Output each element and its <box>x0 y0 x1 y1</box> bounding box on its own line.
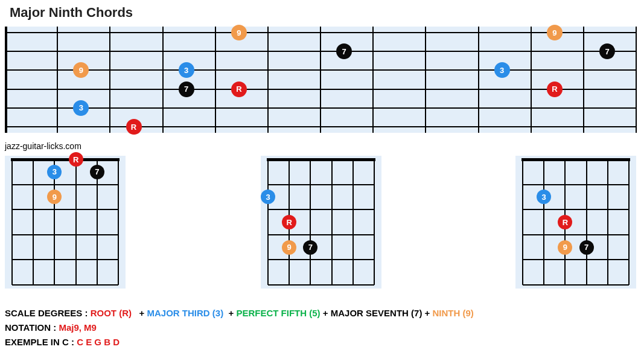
string-line <box>75 159 77 285</box>
nut <box>267 158 375 161</box>
fret-line <box>12 284 118 286</box>
string-line <box>352 159 354 285</box>
fret-line <box>268 184 374 185</box>
note-third: 3 <box>73 100 89 116</box>
legend-example-label: EXEMPLE IN C : <box>5 337 74 347</box>
note-seventh: 7 <box>303 240 317 255</box>
note-seventh: 7 <box>336 43 352 59</box>
fret-line <box>523 284 629 286</box>
fret-line <box>215 27 216 133</box>
legend-fifth: PERFECT FIFTH (5) <box>236 308 320 318</box>
fret-line <box>57 27 58 133</box>
note-third: 3 <box>261 190 275 204</box>
note-ninth: 9 <box>282 240 296 255</box>
fret-line <box>523 209 629 210</box>
note-third: 3 <box>179 62 194 78</box>
note-ninth: 9 <box>73 62 89 78</box>
note-root: R <box>282 215 296 229</box>
legend-plus: + <box>323 308 328 318</box>
note-root: R <box>231 81 247 97</box>
legend-scale-degrees: SCALE DEGREES : ROOT (R) + MAJOR THIRD (… <box>5 308 474 318</box>
fret-line <box>372 27 374 133</box>
fret-line <box>268 284 374 286</box>
note-ninth: 9 <box>231 25 247 40</box>
legend-plus: + <box>425 308 430 318</box>
legend-label: SCALE DEGREES : <box>5 308 88 318</box>
legend-example-value: C E G B D <box>77 337 120 347</box>
fret-line <box>267 27 269 133</box>
fret-line <box>12 184 118 185</box>
fret-line <box>523 234 629 235</box>
note-ninth: 9 <box>47 190 62 204</box>
note-seventh: 7 <box>579 240 594 255</box>
chord-shape-1: R379 <box>5 156 126 289</box>
fret-line <box>268 234 374 235</box>
legend-notation-value: Maj9, M9 <box>59 322 97 333</box>
nut <box>521 158 630 161</box>
legend-root: ROOT (R) <box>91 308 132 318</box>
fret-line <box>109 27 110 133</box>
fret-line <box>320 27 321 133</box>
string-line <box>11 159 13 285</box>
fret-line <box>12 209 118 210</box>
string-line <box>543 159 544 285</box>
legend-ninth: NINTH (9) <box>433 308 474 318</box>
chord-shape-3: 3R97 <box>515 156 636 289</box>
string-line <box>267 159 269 285</box>
fret-line <box>162 27 164 133</box>
string-line <box>331 159 333 285</box>
main-fretboard: R3973R973R97 <box>5 27 636 133</box>
note-root: R <box>547 81 563 97</box>
fret-line <box>12 234 118 235</box>
legend-plus: + <box>139 308 145 318</box>
note-seventh: 7 <box>599 43 615 59</box>
note-seventh: 7 <box>179 81 194 97</box>
fret-line <box>12 259 118 260</box>
fret-line <box>636 27 637 133</box>
fret-line <box>523 184 629 185</box>
fret-line <box>478 27 479 133</box>
legend-plus: + <box>229 308 234 318</box>
legend-notation: NOTATION : Maj9, M9 <box>5 322 97 333</box>
string-line <box>628 159 630 285</box>
string-line <box>118 159 119 285</box>
nut <box>11 158 120 161</box>
string-line <box>607 159 608 285</box>
string-line <box>522 159 523 285</box>
page-title: Major Ninth Chords <box>10 5 133 21</box>
fret-line <box>583 27 584 133</box>
fret-line <box>523 259 629 260</box>
note-root: R <box>558 215 572 229</box>
note-ninth: 9 <box>547 25 563 40</box>
note-third: 3 <box>47 165 62 179</box>
string-line <box>310 159 311 285</box>
string-line <box>586 159 587 285</box>
string-line <box>33 159 34 285</box>
fret-line <box>268 259 374 260</box>
chord-shape-2: 3R97 <box>261 156 381 289</box>
note-third: 3 <box>537 190 551 204</box>
legend-notation-label: NOTATION : <box>5 322 56 333</box>
note-seventh: 7 <box>90 165 104 179</box>
note-root: R <box>69 152 83 167</box>
string-line <box>374 159 375 285</box>
fret-line <box>531 27 532 133</box>
fret-line <box>268 209 374 210</box>
note-ninth: 9 <box>558 240 572 255</box>
fret-line <box>425 27 426 133</box>
legend-third: MAJOR THIRD (3) <box>147 308 223 318</box>
attribution-text: jazz-guitar-licks.com <box>5 141 81 151</box>
legend-example: EXEMPLE IN C : C E G B D <box>5 337 120 347</box>
note-third: 3 <box>494 62 510 78</box>
note-root: R <box>126 119 142 135</box>
legend-seventh: MAJOR SEVENTH (7) <box>331 308 423 318</box>
